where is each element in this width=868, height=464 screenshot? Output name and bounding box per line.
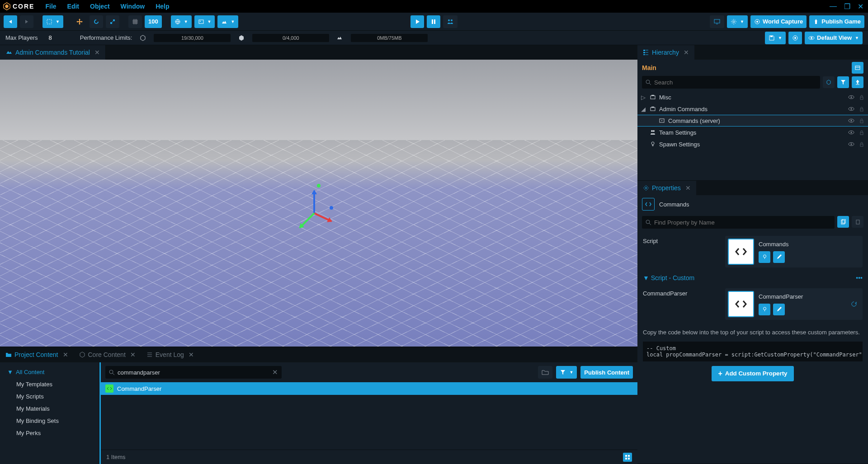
tree-materials[interactable]: My Materials xyxy=(0,403,99,415)
paste-icon[interactable] xyxy=(852,216,863,228)
tab-event-log[interactable]: Event Log✕ xyxy=(141,347,199,362)
menu-window[interactable]: Window xyxy=(116,1,150,12)
svg-rect-31 xyxy=(643,52,645,53)
screen-button[interactable] xyxy=(710,15,724,28)
tree-templates[interactable]: My Templates xyxy=(0,378,99,390)
add-custom-property-button[interactable]: +Add Custom Property xyxy=(712,366,793,381)
pause-button[interactable] xyxy=(427,15,440,28)
edit-icon[interactable] xyxy=(773,304,785,315)
multiplayer-button[interactable] xyxy=(443,15,458,28)
selection-button[interactable]: ▼ xyxy=(42,15,63,28)
lock-icon[interactable] xyxy=(859,130,864,135)
edit-icon[interactable] xyxy=(773,251,785,263)
property-search[interactable] xyxy=(642,216,835,229)
grid-snap-button[interactable] xyxy=(128,15,142,28)
publish-content-button[interactable]: Publish Content xyxy=(580,366,633,379)
tab-close-icon[interactable]: ✕ xyxy=(130,351,136,358)
properties-tab[interactable]: Properties✕ xyxy=(637,181,696,195)
maximize-icon[interactable]: ❐ xyxy=(842,2,852,11)
visibility-icon[interactable] xyxy=(848,117,854,124)
visibility-icon[interactable] xyxy=(848,106,854,112)
svg-point-58 xyxy=(851,132,852,133)
search-input[interactable] xyxy=(118,369,269,376)
tree-perks[interactable]: My Perks xyxy=(0,427,99,439)
scale-tool[interactable] xyxy=(106,15,119,28)
menu-edit[interactable]: Edit xyxy=(63,1,84,12)
hierarchy-row[interactable]: ▷Misc xyxy=(637,91,868,103)
svg-rect-46 xyxy=(651,107,654,108)
world-capture-button[interactable]: World Capture xyxy=(750,15,807,28)
tree-scripts[interactable]: My Scripts xyxy=(0,390,99,403)
tab-close-icon[interactable]: ✕ xyxy=(63,351,68,358)
rotate-tool[interactable] xyxy=(90,15,103,28)
tab-core-content[interactable]: Core Content✕ xyxy=(74,347,141,362)
more-icon[interactable]: ••• xyxy=(856,274,863,281)
menu-help[interactable]: Help xyxy=(151,1,174,12)
lock-icon[interactable] xyxy=(859,94,864,100)
copy-icon[interactable] xyxy=(837,216,849,228)
content-item[interactable]: CommandParser xyxy=(101,382,637,395)
property-search-input[interactable] xyxy=(654,219,831,226)
media-button[interactable]: ▼ xyxy=(194,15,215,28)
viewport-tab[interactable]: Admin Commands Tutorial ✕ xyxy=(0,45,106,60)
custom-thumbnail[interactable] xyxy=(728,291,754,317)
z-axis[interactable] xyxy=(299,213,315,229)
snap-value[interactable]: 100 xyxy=(145,15,162,28)
hierarchy-search-input[interactable] xyxy=(654,79,816,86)
folder-button[interactable] xyxy=(538,366,552,379)
y-axis[interactable] xyxy=(313,191,315,213)
visibility-icon[interactable] xyxy=(848,94,854,100)
help-button[interactable] xyxy=(788,32,802,44)
hierarchy-row[interactable]: Spawn Settings xyxy=(637,138,868,150)
script-thumbnail[interactable] xyxy=(728,239,754,265)
menu-object[interactable]: Object xyxy=(85,1,114,12)
tab-close-icon[interactable]: ✕ xyxy=(94,49,100,56)
max-players-label: Max Players xyxy=(5,34,38,41)
hierarchy-search[interactable] xyxy=(642,76,820,89)
scene-config-icon[interactable] xyxy=(852,62,863,74)
cube-filter-icon[interactable] xyxy=(823,76,835,88)
publish-game-button[interactable]: Publish Game xyxy=(809,15,864,28)
locate-icon[interactable] xyxy=(759,304,770,315)
move-tool[interactable] xyxy=(72,15,87,28)
transform-gizmo[interactable] xyxy=(292,182,346,236)
lock-icon[interactable] xyxy=(859,118,864,123)
visibility-icon[interactable] xyxy=(848,141,854,147)
upload-icon[interactable] xyxy=(852,76,863,88)
tab-close-icon[interactable]: ✕ xyxy=(685,184,691,192)
refresh-icon[interactable] xyxy=(851,301,857,307)
clear-search-icon[interactable]: ✕ xyxy=(272,368,278,376)
default-view-button[interactable]: Default View▼ xyxy=(805,32,863,44)
undo-button[interactable] xyxy=(4,15,17,28)
save-button[interactable]: ▼ xyxy=(765,32,786,44)
content-search[interactable]: ✕ xyxy=(105,366,282,379)
filter-icon[interactable] xyxy=(837,76,849,88)
x-axis[interactable] xyxy=(314,212,332,222)
close-icon[interactable]: ✕ xyxy=(856,2,865,11)
play-button[interactable] xyxy=(410,15,424,28)
redo-button[interactable] xyxy=(20,15,33,28)
menu-file[interactable]: File xyxy=(41,1,61,12)
lock-icon[interactable] xyxy=(859,106,864,112)
world-button[interactable]: ▼ xyxy=(171,15,192,28)
script-custom-section[interactable]: ▼ Script - Custom ••• xyxy=(637,271,868,285)
filter-button[interactable]: ▼ xyxy=(556,366,577,379)
hierarchy-row[interactable]: ◢Admin Commands xyxy=(637,103,868,115)
tab-project-content[interactable]: Project Content✕ xyxy=(0,347,74,362)
3d-viewport[interactable] xyxy=(0,60,637,347)
settings-button[interactable]: ▼ xyxy=(727,15,748,28)
tab-close-icon[interactable]: ✕ xyxy=(189,351,194,358)
tree-bindings[interactable]: My Binding Sets xyxy=(0,415,99,427)
hierarchy-row[interactable]: Team Settings xyxy=(637,127,868,138)
code-snippet[interactable]: -- Custom local propCommandParser = scri… xyxy=(643,342,863,361)
grid-view-icon[interactable] xyxy=(623,453,632,462)
lock-icon[interactable] xyxy=(859,141,864,147)
minimize-icon[interactable]: — xyxy=(828,2,839,11)
tab-close-icon[interactable]: ✕ xyxy=(684,49,689,56)
hierarchy-tab[interactable]: Hierarchy✕ xyxy=(637,45,694,60)
visibility-icon[interactable] xyxy=(848,129,854,136)
locate-icon[interactable] xyxy=(759,251,770,263)
terrain-button[interactable]: ▼ xyxy=(217,15,238,28)
hierarchy-row[interactable]: Commands (server) xyxy=(637,115,868,127)
tree-all-content[interactable]: ▼All Content xyxy=(0,366,99,378)
